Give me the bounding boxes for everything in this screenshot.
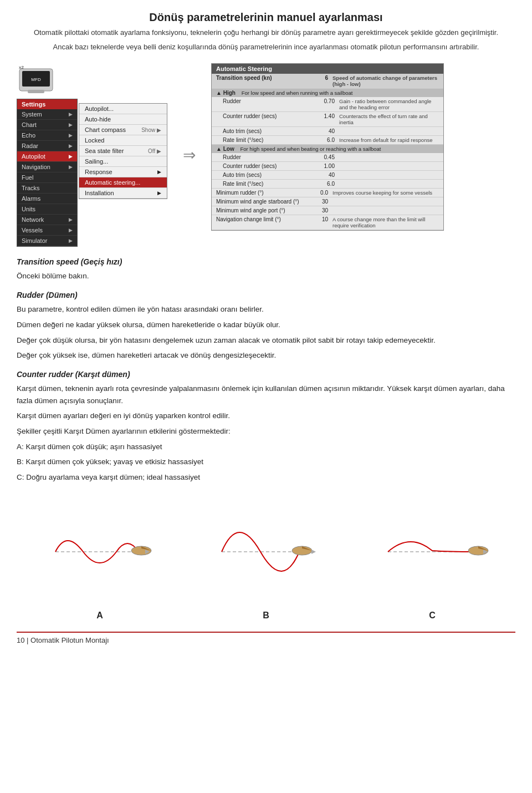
arrow-icon: ▶ <box>69 238 73 243</box>
diagram-c-label: C <box>429 611 436 621</box>
header-para2: Ancak bazı teknelerde veya belli deniz k… <box>17 42 515 53</box>
header-para1: Otomatik pilottaki otomatik ayarlama fon… <box>17 27 515 38</box>
arrow-icon: ▶ <box>69 154 73 159</box>
settings-panel: MFD x2 Settings System ▶ Chart ▶ <box>17 63 167 247</box>
page-container: Dönüş parametrelerinin manuel ayarlanmas… <box>0 0 532 661</box>
page-footer: 10 | Otomatik Pilotun Montajı <box>17 632 515 644</box>
auto-steering-title: Automatic Steering <box>212 64 443 74</box>
min-wind-starboard-row: Minimum wind angle starboard (°) 30 <box>212 197 443 206</box>
svg-text:x2: x2 <box>19 65 24 70</box>
menu-item-navigation[interactable]: Navigation ▶ <box>17 162 77 172</box>
rudder-para3: Değer çok düşük olursa, bir yön hatasını… <box>17 334 515 347</box>
transition-speed-desc: Speed of automatic change of parameters … <box>332 75 439 87</box>
transition-text: Önceki bölüme bakın. <box>17 270 515 282</box>
page-title: Dönüş parametrelerinin manuel ayarlanmas… <box>17 11 515 24</box>
screenshots-row: MFD x2 Settings System ▶ Chart ▶ <box>17 63 515 247</box>
arrow-icon: ▶ <box>69 227 73 233</box>
auto-steering-panel: Automatic Steering Transition speed (kn)… <box>211 63 444 231</box>
submenu-chart-compass[interactable]: Chart compass Show ▶ <box>79 125 167 135</box>
submenu-auto-steering[interactable]: Automatic steering... <box>79 177 167 188</box>
menu-item-fuel[interactable]: Fuel <box>17 172 77 183</box>
device-icon: MFD x2 <box>17 63 55 96</box>
arrow-icon: ▶ <box>69 133 73 138</box>
boat-diagram-a-svg <box>39 496 161 607</box>
transition-speed-label: Transition speed (kn) <box>216 75 305 81</box>
rudder-section: Rudder (Dümen) Bu parametre, kontrol edi… <box>17 289 515 362</box>
rudder-para1: Bu parametre, kontrol edilen dümen ile y… <box>17 303 515 316</box>
settings-menu-title: Settings <box>17 99 77 109</box>
transition-title: Transition speed (Geçiş hızı) <box>17 256 515 268</box>
menu-item-system[interactable]: System ▶ <box>17 109 77 120</box>
menu-item-units[interactable]: Units <box>17 204 77 215</box>
transition-section: Transition speed (Geçiş hızı) Önceki böl… <box>17 256 515 282</box>
diagram-a-label: A <box>96 611 103 621</box>
rudder-para2: Dümen değeri ne kadar yüksek olursa, düm… <box>17 319 515 331</box>
counter-rudder-para2: Karşıt dümen ayarları değeri en iyi dönü… <box>17 410 515 422</box>
menu-item-simulator[interactable]: Simulator ▶ <box>17 236 77 246</box>
menu-item-chart[interactable]: Chart ▶ <box>17 120 77 130</box>
arrow-icon: ▶ <box>157 169 161 175</box>
min-rudder-row: Minimum rudder (°) 0.0 Improves course k… <box>212 189 443 197</box>
counter-rudder-para6: C: Doğru ayarlama veya karşıt dümen; ide… <box>17 471 515 484</box>
right-arrow-icon: ⇒ <box>183 146 196 164</box>
menu-item-tracks[interactable]: Tracks <box>17 183 77 194</box>
submenu-sailing[interactable]: Sailing... <box>79 156 167 167</box>
menu-item-echo[interactable]: Echo ▶ <box>17 130 77 141</box>
boat-diagram-a: A <box>28 496 172 621</box>
counter-rudder-section: Counter rudder (Karşıt dümen) Karşıt düm… <box>17 368 515 484</box>
menu-item-network[interactable]: Network ▶ <box>17 215 77 225</box>
high-auto-trim-row: Auto trim (secs) 40 <box>212 127 443 136</box>
high-rate-limit-row: Rate limit (°/sec) 6.0 Increase from def… <box>212 136 443 145</box>
high-section-header: ▲ High For low speed and when running wi… <box>212 89 443 97</box>
low-section-header: ▲ Low For high speed and when beating or… <box>212 145 443 153</box>
autopilot-submenu: Autopilot... Auto-hide Chart compass Sho… <box>79 103 167 199</box>
transition-speed-row: Transition speed (kn) 6 Speed of automat… <box>212 74 443 89</box>
arrow-icon: ▶ <box>157 190 161 196</box>
svg-marker-12 <box>311 550 316 554</box>
diagram-b-label: B <box>263 611 269 621</box>
arrow-icon: ▶ <box>69 217 73 222</box>
low-counter-rudder-row: Counter rudder (secs) 1.00 <box>212 162 443 171</box>
high-rudder-row: Rudder 0.70 Gain - ratio between command… <box>212 97 443 112</box>
svg-text:MFD: MFD <box>31 77 41 82</box>
min-wind-port-row: Minimum wind angle port (°) 30 <box>212 206 443 215</box>
counter-rudder-para3: Şekiller çeşitli Karşıt Dümen ayarlarını… <box>17 425 515 438</box>
low-auto-trim-row: Auto trim (secs) 40 <box>212 171 443 180</box>
menu-item-vessels[interactable]: Vessels ▶ <box>17 225 77 236</box>
boat-diagram-c-svg <box>371 496 493 607</box>
menu-item-radar[interactable]: Radar ▶ <box>17 141 77 151</box>
boat-diagram-b: B <box>194 496 338 621</box>
arrow-icon: ▶ <box>69 143 73 149</box>
submenu-auto-hide[interactable]: Auto-hide <box>79 114 167 125</box>
counter-rudder-title: Counter rudder (Karşıt dümen) <box>17 368 515 380</box>
svg-rect-3 <box>28 90 44 93</box>
counter-rudder-para5: B: Karşıt dümen çok yüksek; yavaş ve etk… <box>17 456 515 468</box>
submenu-installation[interactable]: Installation ▶ <box>79 188 167 199</box>
rudder-title: Rudder (Dümen) <box>17 289 515 301</box>
arrow-icon: ▶ <box>69 122 73 128</box>
settings-menu: Settings System ▶ Chart ▶ Echo ▶ <box>17 99 78 247</box>
low-rate-limit-row: Rate limit (°/sec) 6.0 <box>212 180 443 189</box>
counter-rudder-para1: Karşıt dümen, teknenin ayarlı rota çevre… <box>17 383 515 406</box>
arrow-icon: ▶ <box>69 164 73 170</box>
page-header: Dönüş parametrelerinin manuel ayarlanmas… <box>17 11 515 52</box>
boat-diagram-b-svg <box>205 496 327 607</box>
submenu-autopilot[interactable]: Autopilot... <box>79 104 167 114</box>
menu-item-alarms[interactable]: Alarms <box>17 194 77 204</box>
arrow-icon: ▶ <box>69 111 73 117</box>
menu-item-autopilot[interactable]: Autopilot ▶ <box>17 151 77 162</box>
boat-diagrams: A B <box>17 496 515 621</box>
counter-rudder-para4: A: Karşıt dümen çok düşük; aşırı hassasi… <box>17 441 515 453</box>
boat-diagram-c: C <box>360 496 504 621</box>
high-counter-rudder-row: Counter rudder (secs) 1.40 Counteracts t… <box>212 112 443 127</box>
rudder-para4: Değer çok yüksek ise, dümen hareketleri … <box>17 349 515 362</box>
low-rudder-row: Rudder 0.45 <box>212 153 443 162</box>
nav-change-limit-row: Navigation change limit (°) 10 A course … <box>212 215 443 230</box>
submenu-sea-state[interactable]: Sea state filter Off ▶ <box>79 146 167 156</box>
submenu-response[interactable]: Response ▶ <box>79 167 167 177</box>
footer-text: 10 | Otomatik Pilotun Montajı <box>17 636 109 644</box>
settings-left: MFD x2 Settings System ▶ Chart ▶ <box>17 63 78 247</box>
transition-speed-value: 6 <box>305 75 332 81</box>
submenu-locked[interactable]: Locked <box>79 135 167 146</box>
